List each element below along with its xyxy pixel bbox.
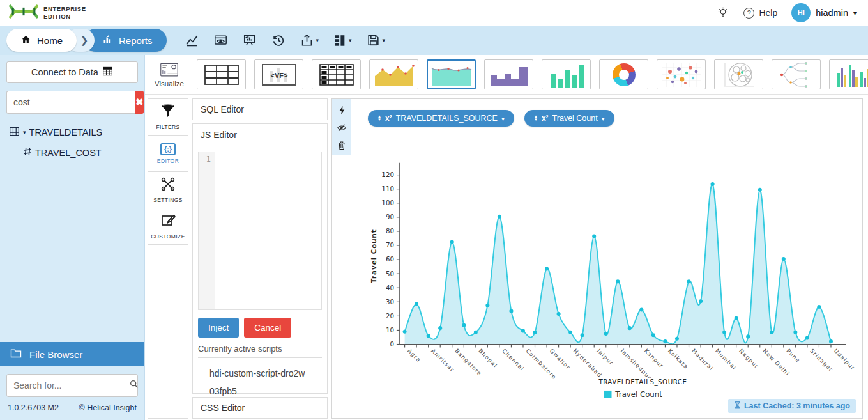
- lightning-icon[interactable]: [338, 105, 346, 115]
- history-icon[interactable]: [267, 31, 289, 50]
- chart-type-step-bar-purple[interactable]: [484, 59, 533, 89]
- save-icon[interactable]: ▾: [362, 31, 390, 50]
- svg-text:Madurai: Madurai: [690, 348, 715, 372]
- svg-text:Pune: Pune: [785, 348, 802, 364]
- tab-settings[interactable]: SETTINGS: [148, 172, 188, 208]
- svg-text:50: 50: [386, 270, 394, 277]
- chart-type-crosstab[interactable]: [312, 59, 361, 89]
- measure-pill[interactable]: ▲▼ x² Travel Count ▾: [524, 110, 614, 127]
- copyright-label: © Helical Insight: [79, 403, 137, 412]
- chevron-down-icon: ▾: [501, 115, 505, 122]
- css-editor-header[interactable]: CSS Editor: [192, 397, 328, 419]
- file-search[interactable]: [6, 374, 138, 397]
- visualize-label: Visualize: [155, 80, 184, 88]
- svg-text:Travel Count: Travel Count: [614, 390, 662, 399]
- trash-icon[interactable]: [337, 141, 346, 150]
- chevron-down-icon: ▾: [383, 37, 386, 43]
- data-search-input[interactable]: [6, 91, 135, 114]
- chart-type-table[interactable]: [197, 59, 246, 89]
- tab-editor-label: EDITOR: [157, 158, 179, 164]
- area-chart[interactable]: 0102030405060708090100110120AgraAmritsar…: [332, 155, 862, 418]
- svg-text:80: 80: [386, 227, 394, 235]
- inject-button[interactable]: Inject: [198, 318, 239, 338]
- tab-reports[interactable]: Reports: [84, 29, 167, 52]
- sql-editor-header[interactable]: SQL Editor: [192, 98, 328, 120]
- svg-text:100: 100: [381, 199, 394, 206]
- svg-text:TRAVELDETAILS_SOURCE: TRAVELDETAILS_SOURCE: [598, 378, 687, 386]
- chart-type-scatter[interactable]: [657, 59, 706, 89]
- svg-text:Jaipur: Jaipur: [595, 347, 615, 367]
- file-browser-button[interactable]: File Browser: [0, 342, 144, 366]
- crossed-tools-icon: [160, 176, 176, 194]
- side-tabs-filler: [148, 245, 188, 418]
- tree-node-traveldetails[interactable]: ▾ TRAVELDETAILS: [9, 124, 135, 141]
- chevron-down-icon: ▾: [602, 115, 605, 122]
- js-editor-header[interactable]: JS Editor: [193, 124, 327, 146]
- tab-editor[interactable]: {;} EDITOR: [148, 136, 188, 172]
- table-grid-icon: [102, 66, 113, 78]
- canvas-icon-strip: [332, 99, 351, 155]
- svg-text:10: 10: [386, 326, 394, 334]
- last-cached-badge: Last Cached: 3 minutes ago: [728, 399, 856, 413]
- tab-home[interactable]: Home: [6, 29, 77, 52]
- tree-node-travel-cost[interactable]: TRAVEL_COST: [9, 144, 135, 160]
- chevron-down-icon: ▾: [349, 37, 352, 43]
- brand[interactable]: ENTERPRISE EDITION: [9, 2, 86, 24]
- export-icon[interactable]: ▾: [296, 31, 323, 50]
- formula-icon: x²: [542, 114, 549, 123]
- svg-text:Chennai: Chennai: [501, 348, 525, 372]
- chart-type-bar-green[interactable]: [542, 59, 591, 89]
- table-icon: [9, 127, 20, 138]
- js-editor-panel: JS Editor 1 Inject Cancel Currently acti…: [192, 123, 328, 394]
- chart-type-area-teal-selected[interactable]: [427, 59, 476, 89]
- sort-icon: ▲▼: [377, 115, 381, 122]
- vf-label: <VF>: [270, 72, 287, 79]
- preview-icon[interactable]: [209, 31, 232, 50]
- svg-text:Mumbai: Mumbai: [714, 348, 738, 371]
- donut-icon: [613, 63, 636, 86]
- tree-node-label: TRAVELDETAILS: [29, 127, 103, 137]
- svg-text:70: 70: [386, 241, 394, 249]
- chart-type-circle-pack[interactable]: [714, 59, 763, 89]
- chart-type-donut[interactable]: [599, 59, 648, 89]
- code-input[interactable]: [215, 152, 321, 309]
- tab-filters-label: FILTERS: [156, 124, 179, 130]
- clear-search-button[interactable]: ✖: [135, 91, 144, 114]
- svg-text:90: 90: [386, 213, 394, 221]
- tab-filters[interactable]: FILTERS: [148, 99, 188, 136]
- user-menu[interactable]: HI hiadmin ▾: [791, 3, 857, 22]
- nav-bar: Home ❯ Reports: [0, 26, 868, 55]
- help-button[interactable]: ? Help: [743, 8, 777, 19]
- dimension-pill[interactable]: ▲▼ x² TRAVELDETAILS_SOURCE ▾: [368, 110, 514, 127]
- tab-customize[interactable]: CUSTOMIZE: [148, 208, 188, 245]
- svg-text:Bhopal: Bhopal: [477, 348, 499, 369]
- chevron-down-icon[interactable]: ▾: [23, 129, 26, 136]
- connect-to-data-button[interactable]: Connect to Data: [6, 61, 138, 83]
- connect-to-data-label: Connect to Data: [31, 67, 98, 77]
- presentation-icon[interactable]: [238, 31, 261, 50]
- svg-text:Nagpur: Nagpur: [738, 348, 760, 370]
- svg-text:Travel Count: Travel Count: [370, 229, 377, 283]
- cancel-button[interactable]: Cancel: [244, 318, 291, 338]
- eye-off-icon[interactable]: [337, 123, 347, 132]
- chart-type-tree[interactable]: [772, 59, 821, 89]
- js-code-editor[interactable]: 1: [198, 152, 322, 310]
- line-chart-icon[interactable]: [181, 31, 203, 50]
- svg-text:40: 40: [386, 284, 394, 292]
- formula-icon: x²: [385, 114, 392, 123]
- file-search-input[interactable]: [13, 380, 129, 391]
- tab-customize-label: CUSTOMIZE: [151, 233, 185, 240]
- sort-icon: ▲▼: [534, 115, 538, 122]
- chart-type-area-yellow[interactable]: [369, 59, 418, 89]
- top-header: ENTERPRISE EDITION ? Help HI hiadmin ▾: [0, 0, 868, 26]
- svg-text:110: 110: [381, 185, 394, 192]
- svg-text:Udaipur: Udaipur: [832, 348, 856, 371]
- measure-pill-label: Travel Count: [552, 114, 598, 123]
- username: hiadmin: [816, 8, 848, 18]
- layout-icon[interactable]: ▾: [329, 31, 356, 50]
- chart-type-custom-vf[interactable]: <VF>: [254, 59, 303, 89]
- chart-type-grouped-bar[interactable]: [829, 59, 868, 89]
- chart-type-visualize[interactable]: Visualize: [150, 62, 188, 88]
- editor-column: SQL Editor JS Editor 1 Inject Cancel: [192, 98, 328, 419]
- lightbulb-icon[interactable]: [717, 6, 729, 19]
